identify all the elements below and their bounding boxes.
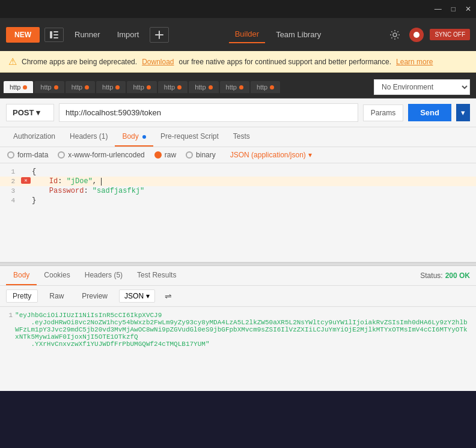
warning-icon: ⚠: [8, 56, 17, 67]
tab-item-2[interactable]: http: [34, 81, 64, 93]
learn-more-link[interactable]: Learn more: [396, 58, 433, 66]
tab-label: http: [72, 83, 82, 91]
tab-item-3[interactable]: http: [66, 81, 95, 93]
tab-label: http: [133, 83, 144, 91]
line-number: 2: [0, 177, 21, 185]
team-library-tab[interactable]: Team Library: [270, 26, 327, 43]
tab-dot: [23, 85, 27, 89]
close-button[interactable]: ✕: [465, 5, 471, 13]
tab-tests[interactable]: Tests: [226, 127, 257, 147]
response-body: 1 "eyJhbGciOiJIUzI1NiIsInR5cCI6IkpXVCJ9 …: [0, 307, 476, 391]
json-format-chevron: ▾: [308, 151, 312, 159]
tab-authorization[interactable]: Authorization: [6, 127, 63, 147]
body-tab-dot: [142, 135, 146, 139]
svg-rect-5: [159, 31, 160, 39]
url-input[interactable]: [59, 103, 358, 122]
tab-dot: [147, 85, 151, 89]
method-select[interactable]: POST ▾: [6, 104, 54, 121]
tab-item-9[interactable]: http: [251, 81, 280, 93]
tab-body[interactable]: Body: [115, 127, 153, 147]
urlencoded-option[interactable]: x-www-form-urlencoded: [58, 151, 144, 159]
response-status: Status: 200 OK: [420, 271, 470, 280]
json-format-dropdown[interactable]: JSON (application/json) ▾: [230, 151, 312, 159]
runner-button[interactable]: Runner: [69, 26, 106, 43]
token-line-number: 1: [6, 312, 13, 348]
tab-item-7[interactable]: http: [189, 81, 218, 93]
tab-headers[interactable]: Headers (1): [63, 127, 115, 147]
code-editor[interactable]: 1 { 2 ✕ Id: "jDoe", 3 Password: "sadfjas…: [0, 163, 476, 262]
new-button[interactable]: NEW: [6, 27, 40, 43]
tab-label: http: [195, 83, 206, 91]
raw-radio[interactable]: [154, 151, 162, 159]
record-icon[interactable]: [409, 28, 424, 42]
titlebar: — □ ✕: [0, 0, 476, 18]
svg-rect-1: [53, 31, 58, 32]
line-number: 3: [0, 187, 21, 195]
resp-tab-cookies[interactable]: Cookies: [37, 266, 77, 285]
status-code: 200 OK: [445, 271, 470, 280]
sidebar-toggle-button[interactable]: [44, 28, 64, 42]
minimize-button[interactable]: —: [435, 5, 442, 13]
method-label: POST: [13, 108, 34, 117]
environment-bar: No Environment: [374, 76, 472, 98]
tab-dot: [177, 85, 182, 89]
tab-item-1[interactable]: http: [4, 81, 33, 93]
download-link[interactable]: Download: [142, 58, 174, 66]
svg-rect-3: [53, 37, 58, 38]
token-line: 1 "eyJhbGciOiJIUzI1NiIsInR5cCI6IkpXVCJ9 …: [6, 312, 470, 348]
tab-dot: [54, 85, 58, 89]
method-chevron: ▾: [36, 108, 40, 117]
warning-banner: ⚠ Chrome apps are being deprecated. Down…: [0, 51, 476, 73]
tab-dot: [239, 85, 243, 89]
resp-json-label: JSON: [124, 292, 144, 300]
raw-option[interactable]: raw: [154, 151, 176, 159]
token-value: "eyJhbGciOiJIUzI1NiIsInR5cCI6IkpXVCJ9 .e…: [15, 312, 470, 348]
tab-pre-request[interactable]: Pre-request Script: [153, 127, 226, 147]
raw-button[interactable]: Raw: [43, 289, 70, 303]
tab-label: http: [40, 83, 51, 91]
send-button[interactable]: Send: [408, 104, 451, 121]
send-dropdown-button[interactable]: ▾: [456, 104, 470, 121]
request-tabs: Authorization Headers (1) Body Pre-reque…: [0, 127, 476, 147]
tab-label: http: [10, 83, 20, 91]
nav-right: SYNC OFF: [386, 26, 470, 43]
tab-label: http: [257, 83, 267, 91]
svg-rect-2: [53, 34, 58, 35]
svg-rect-0: [50, 31, 52, 38]
url-bar: POST ▾ Params Send ▾: [0, 98, 476, 127]
tab-item-8[interactable]: http: [220, 81, 249, 93]
binary-radio[interactable]: [186, 151, 193, 159]
tab-label: http: [102, 83, 113, 91]
tab-item-6[interactable]: http: [158, 81, 188, 93]
wrap-icon[interactable]: ⇌: [165, 291, 172, 301]
json-format-label: JSON (application/json): [230, 151, 306, 159]
settings-icon[interactable]: [386, 26, 403, 43]
form-data-radio[interactable]: [7, 151, 14, 159]
urlencoded-label: x-www-form-urlencoded: [68, 151, 144, 159]
add-request-button[interactable]: [150, 27, 169, 43]
resp-tab-test-results[interactable]: Test Results: [130, 266, 183, 285]
tab-item-4[interactable]: http: [96, 81, 126, 93]
preview-button[interactable]: Preview: [75, 289, 114, 303]
tab-dot: [270, 85, 274, 89]
resp-tab-body[interactable]: Body: [6, 266, 37, 285]
urlencoded-radio[interactable]: [58, 151, 65, 159]
params-button[interactable]: Params: [363, 104, 403, 121]
tab-item-5[interactable]: http: [127, 81, 156, 93]
tab-label: http: [164, 83, 175, 91]
line-number: 4: [0, 196, 21, 204]
resp-tab-headers[interactable]: Headers (5): [78, 266, 130, 285]
code-content: {: [32, 168, 36, 176]
body-type-bar: form-data x-www-form-urlencoded raw bina…: [0, 147, 476, 163]
maximize-button[interactable]: □: [451, 5, 456, 13]
status-label: Status:: [420, 271, 442, 280]
resp-json-format[interactable]: JSON ▾: [119, 289, 155, 303]
builder-tab[interactable]: Builder: [229, 26, 265, 43]
environment-select[interactable]: No Environment: [374, 79, 470, 95]
binary-option[interactable]: binary: [186, 151, 216, 159]
form-data-option[interactable]: form-data: [7, 151, 48, 159]
warning-text-before: Chrome apps are being deprecated.: [22, 58, 137, 66]
sync-button[interactable]: SYNC OFF: [430, 29, 470, 40]
pretty-button[interactable]: Pretty: [6, 289, 38, 303]
import-button[interactable]: Import: [111, 26, 145, 43]
